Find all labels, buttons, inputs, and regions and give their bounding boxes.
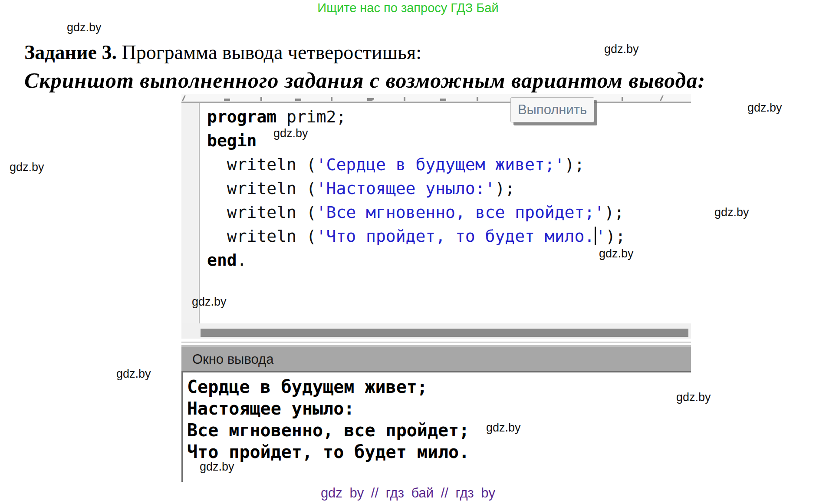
code-segment: 'Все мгновенно, все пройдет;' <box>316 203 604 222</box>
toolbar-icon-remnant <box>224 99 230 101</box>
code-segment: ); <box>565 155 585 174</box>
toolbar-icon-remnant <box>622 97 623 101</box>
toolbar-icon-remnant <box>295 99 301 101</box>
watermark: gdz.by <box>10 161 44 174</box>
watermark: gdz.by <box>599 247 634 260</box>
promo-banner: Ищите нас по запросу ГДЗ Бай <box>0 1 816 15</box>
toolbar-icon-remnant <box>182 96 186 101</box>
code-segment: ); <box>604 203 624 222</box>
output-line: Все мгновенно, все пройдет; <box>187 419 469 441</box>
code-segment: ); <box>495 179 515 198</box>
run-tooltip: Выполнить <box>510 97 594 122</box>
toolbar-icon-remnant <box>477 97 478 101</box>
ide-toolbar <box>181 94 691 103</box>
page: Ищите нас по запросу ГДЗ Бай Задание 3. … <box>0 0 816 504</box>
watermark: gdz.by <box>676 391 711 404</box>
watermark: gdz.by <box>273 127 308 140</box>
code-segment: program <box>207 107 276 126</box>
watermark: gdz.by <box>200 460 234 474</box>
code-line: end. <box>207 248 625 272</box>
code-segment: end <box>207 250 237 270</box>
output-window-header: Окно вывода <box>181 345 691 371</box>
watermark: gdz.by <box>714 206 749 219</box>
code-segment: prim2; <box>276 107 346 126</box>
task-heading: Задание 3. Программа вывода четверостишь… <box>24 41 421 64</box>
code-line: writeln ('Все мгновенно, все пройдет;'); <box>207 201 625 224</box>
task-title: Программа вывода четверостишья: <box>117 41 421 63</box>
code-segment: writeln ( <box>207 227 316 246</box>
code-segment: 'Сердце в будущем живет;' <box>316 155 565 174</box>
code-line: writeln ('Что пройдет, то будет мило.'); <box>207 224 625 248</box>
code-segment: . <box>237 250 247 270</box>
editor-gutter <box>181 103 200 323</box>
watermark: gdz.by <box>747 101 782 115</box>
code-segment: 'Настоящее уныло:' <box>316 179 495 198</box>
toolbar-icon-remnant <box>331 97 332 101</box>
toolbar-icon-remnant <box>440 99 446 101</box>
task-number: Задание 3. <box>24 41 117 63</box>
output-window: Сердце в будущем живет;Настоящее уныло:В… <box>181 371 691 482</box>
code-editor[interactable]: program prim2;begin writeln ('Сердце в б… <box>181 103 691 323</box>
code-segment: writeln ( <box>207 179 316 198</box>
code-segment: 'Что пройдет, то будет мило. <box>316 227 595 246</box>
code-segment: ); <box>605 227 625 246</box>
watermark: gdz.by <box>116 367 151 381</box>
toolbar-icon-remnant <box>660 96 664 101</box>
scrollbar-thumb[interactable] <box>201 329 688 337</box>
code-editor-text[interactable]: program prim2;begin writeln ('Сердце в б… <box>207 105 625 272</box>
horizontal-scrollbar[interactable] <box>181 323 691 339</box>
toolbar-icon-remnant <box>404 97 405 101</box>
code-segment: writeln ( <box>207 155 316 174</box>
code-line: writeln ('Сердце в будущем живет;'); <box>207 153 625 177</box>
output-line: Сердце в будущем живет; <box>187 376 469 398</box>
watermark: gdz.by <box>486 421 521 435</box>
toolbar-icon-remnant <box>367 98 374 101</box>
watermark: gdz.by <box>192 295 227 309</box>
output-window-title: Окно вывода <box>192 352 273 367</box>
code-segment: writeln ( <box>207 203 316 222</box>
watermark: gdz.by <box>67 21 102 34</box>
watermark: gdz.by <box>604 43 639 56</box>
code-line: begin <box>207 129 625 153</box>
output-text: Сердце в будущем живет;Настоящее уныло:В… <box>187 376 469 463</box>
code-segment: ' <box>596 227 605 246</box>
code-segment: begin <box>207 131 257 150</box>
screenshot-caption: Скриншот выполненного задания с возможны… <box>24 68 705 93</box>
footer-seo-text: gdz by // гдз бай // гдз by <box>0 485 816 501</box>
toolbar-icon-remnant <box>260 97 262 101</box>
editor-bottom-border <box>181 342 691 343</box>
code-line: writeln ('Настоящее уныло:'); <box>207 177 625 201</box>
output-line: Что пройдет, то будет мило. <box>187 441 469 463</box>
output-line: Настоящее уныло: <box>187 398 469 419</box>
